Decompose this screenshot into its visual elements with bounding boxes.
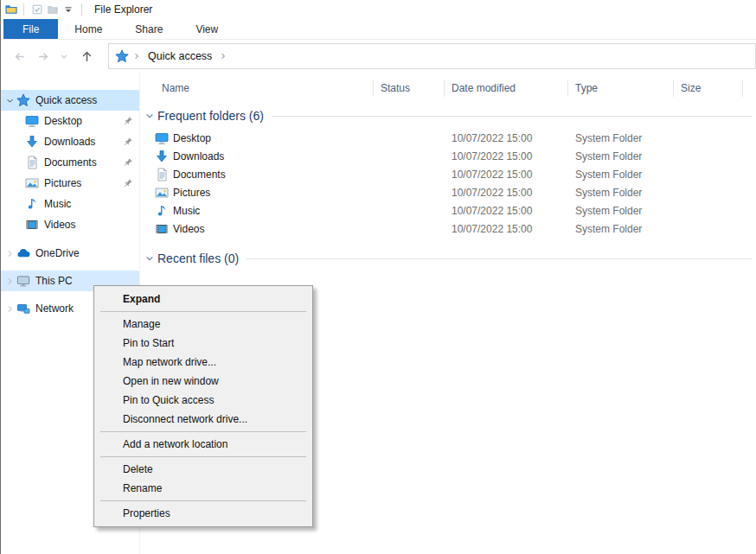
menu-item-manage[interactable]: Manage — [94, 315, 312, 334]
ribbon-tab-file[interactable]: File — [3, 19, 58, 39]
sidebar-item-label: Downloads — [44, 136, 95, 148]
this-pc-context-menu: ExpandManagePin to StartMap network driv… — [93, 285, 313, 527]
file-name: Documents — [173, 169, 226, 181]
file-row-desktop[interactable]: Desktop10/07/2022 15:00System Folder — [155, 129, 756, 147]
sidebar-item-pictures[interactable]: Pictures — [1, 173, 139, 194]
breadcrumb-chevron-icon[interactable] — [129, 51, 144, 61]
menu-separator — [100, 311, 306, 312]
cell-name: Videos — [155, 222, 374, 236]
breadcrumb-location[interactable]: Quick access — [144, 50, 215, 62]
pin-icon — [122, 178, 133, 189]
desktop-icon — [155, 131, 169, 145]
address-bar[interactable]: Quick access — [108, 43, 756, 69]
downloads-icon — [155, 150, 169, 163]
ribbon-tab-view[interactable]: View — [179, 19, 234, 39]
column-header-size[interactable]: Size — [674, 80, 743, 97]
group-label: Frequent folders (6) — [157, 109, 264, 123]
file-row-downloads[interactable]: Downloads10/07/2022 15:00System Folder — [155, 147, 756, 165]
group-collapse-chevron-icon[interactable] — [144, 111, 155, 121]
sidebar-item-desktop[interactable]: Desktop — [1, 111, 139, 131]
file-name: Pictures — [173, 187, 210, 199]
file-row-music[interactable]: Music10/07/2022 15:00System Folder — [155, 201, 756, 220]
menu-item-delete[interactable]: Delete — [94, 460, 312, 479]
cell-name: Downloads — [155, 150, 374, 163]
quick-access-star-icon — [115, 49, 129, 63]
cell-date-modified: 10/07/2022 15:00 — [445, 223, 568, 235]
file-explorer-window: File Explorer FileHomeShareView Quick ac… — [0, 0, 756, 554]
menu-item-disconnect-network-drive[interactable]: Disconnect network drive... — [94, 410, 312, 429]
column-header-type[interactable]: Type — [568, 80, 674, 97]
window-title: File Explorer — [94, 3, 152, 16]
chevron-right-icon[interactable] — [3, 275, 16, 287]
recent-locations-dropdown-icon[interactable] — [58, 47, 70, 66]
properties-button[interactable] — [29, 2, 45, 17]
titlebar-separator — [23, 3, 24, 16]
sidebar-item-label: Pictures — [44, 177, 81, 189]
chevron-right-icon[interactable] — [3, 302, 16, 315]
network-icon — [16, 302, 30, 315]
menu-item-expand[interactable]: Expand — [94, 290, 312, 309]
pin-icon — [122, 137, 133, 148]
cell-type: System Folder — [568, 150, 674, 162]
chevron-down-icon[interactable] — [3, 94, 16, 106]
sidebar-item-label: Quick access — [35, 94, 97, 106]
ribbon-tab-home[interactable]: Home — [58, 19, 119, 39]
file-name: Downloads — [173, 150, 224, 162]
sidebar-item-music[interactable]: Music — [1, 194, 139, 214]
back-button[interactable] — [10, 47, 29, 66]
breadcrumb-chevron-icon[interactable] — [215, 51, 231, 61]
menu-item-properties[interactable]: Properties — [94, 504, 312, 523]
titlebar-separator — [81, 3, 82, 16]
cell-date-modified: 10/07/2022 15:00 — [445, 132, 568, 144]
new-folder-button[interactable] — [45, 2, 61, 17]
cell-type: System Folder — [568, 187, 674, 199]
group-header-frequent-folders-6[interactable]: Frequent folders (6) — [144, 106, 756, 125]
forward-button[interactable] — [34, 47, 53, 66]
menu-item-pin-to-quick-access[interactable]: Pin to Quick access — [94, 391, 312, 410]
customize-quick-access-toolbar-icon[interactable] — [61, 2, 76, 17]
sidebar-item-label: Documents — [44, 156, 97, 169]
group-collapse-chevron-icon[interactable] — [144, 253, 155, 264]
sidebar-item-label: This PC — [35, 275, 73, 287]
menu-item-open-in-new-window[interactable]: Open in new window — [94, 372, 312, 391]
ribbon-tab-share[interactable]: Share — [119, 19, 179, 39]
cell-date-modified: 10/07/2022 15:00 — [445, 187, 568, 199]
cell-date-modified: 10/07/2022 15:00 — [445, 150, 568, 162]
column-header-date-modified[interactable]: Date modified — [445, 80, 568, 97]
up-button[interactable] — [77, 47, 96, 66]
navigation-bar: Quick access — [1, 40, 756, 73]
menu-item-pin-to-start[interactable]: Pin to Start — [94, 334, 312, 353]
menu-item-rename[interactable]: Rename — [94, 479, 312, 498]
sidebar-item-videos[interactable]: Videos — [1, 214, 139, 235]
cell-name: Pictures — [155, 186, 374, 200]
column-header-row: NameStatusDate modifiedTypeSize — [155, 78, 756, 99]
sidebar-item-onedrive[interactable]: OneDrive — [1, 243, 139, 264]
menu-separator — [100, 500, 306, 501]
cell-name: Documents — [155, 168, 374, 181]
cell-type: System Folder — [568, 205, 674, 217]
column-header-name[interactable]: Name — [155, 80, 374, 97]
group-label: Recent files (0) — [157, 252, 239, 265]
sidebar-item-documents[interactable]: Documents — [1, 152, 139, 173]
music-icon — [155, 204, 169, 218]
sidebar-item-label: Music — [44, 198, 71, 210]
pictures-icon — [155, 186, 169, 200]
documents-icon — [155, 168, 169, 181]
pin-icon — [122, 116, 133, 127]
sidebar-item-quick-access[interactable]: Quick access — [1, 90, 139, 111]
file-row-videos[interactable]: Videos10/07/2022 15:00System Folder — [155, 220, 756, 238]
file-explorer-logo-icon — [4, 3, 18, 16]
title-bar: File Explorer — [1, 0, 756, 19]
desktop-icon — [25, 114, 39, 128]
menu-item-map-network-drive[interactable]: Map network drive... — [94, 353, 312, 372]
downloads-icon — [25, 135, 39, 149]
sidebar-item-label: OneDrive — [35, 247, 80, 259]
group-header-recent-files-0[interactable]: Recent files (0) — [144, 249, 756, 268]
menu-item-add-a-network-location[interactable]: Add a network location — [94, 435, 312, 454]
cell-date-modified: 10/07/2022 15:00 — [445, 205, 568, 217]
chevron-right-icon[interactable] — [3, 247, 16, 259]
sidebar-item-downloads[interactable]: Downloads — [1, 131, 139, 152]
file-row-documents[interactable]: Documents10/07/2022 15:00System Folder — [155, 165, 756, 183]
column-header-status[interactable]: Status — [374, 80, 445, 97]
file-row-pictures[interactable]: Pictures10/07/2022 15:00System Folder — [155, 183, 756, 201]
